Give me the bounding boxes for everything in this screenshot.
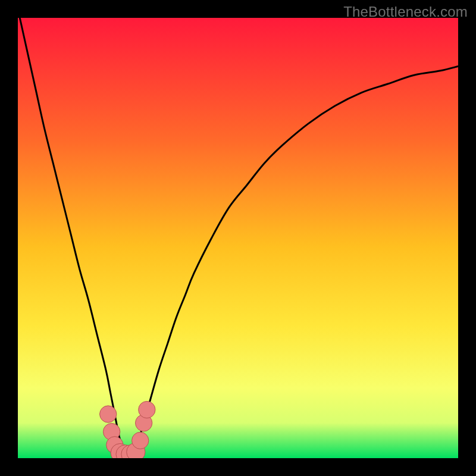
watermark-text: TheBottleneck.com: [343, 4, 468, 20]
curve-marker: [132, 432, 149, 449]
curve-marker: [100, 406, 117, 422]
plot-area: [18, 18, 458, 458]
chart-frame: TheBottleneck.com: [0, 0, 476, 476]
chart-svg: [18, 18, 458, 458]
bottleneck-curve: [18, 18, 458, 455]
curve-markers: [100, 401, 155, 458]
curve-marker: [139, 401, 155, 418]
